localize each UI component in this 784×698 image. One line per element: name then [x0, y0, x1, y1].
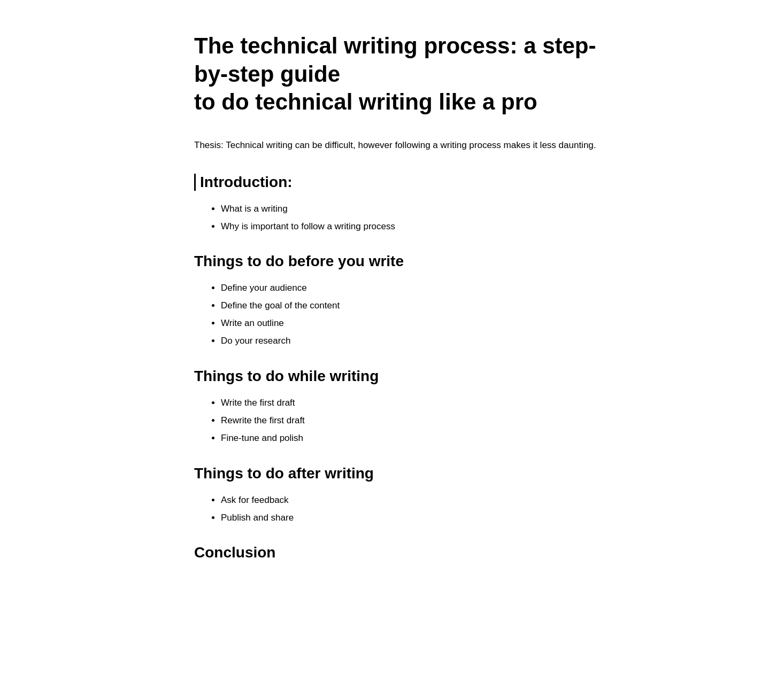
section-heading-while: Things to do while writing	[194, 368, 617, 385]
bullet-list-after: Ask for feedbackPublish and share	[194, 493, 617, 526]
list-item: Fine-tune and polish	[221, 431, 617, 446]
title-line-1: The technical writing process: a step-by…	[194, 33, 596, 87]
list-item: Why is important to follow a writing pro…	[221, 219, 617, 235]
section-before: Things to do before you writeDefine your…	[194, 253, 617, 349]
list-item: What is a writing	[221, 201, 617, 217]
list-item: Write an outline	[221, 316, 617, 331]
section-heading-after: Things to do after writing	[194, 465, 617, 482]
section-heading-before: Things to do before you write	[194, 253, 617, 270]
title-line-2: to do technical writing like a pro	[194, 89, 537, 114]
section-while: Things to do while writingWrite the firs…	[194, 368, 617, 446]
section-after: Things to do after writingAsk for feedba…	[194, 465, 617, 526]
bullet-list-while: Write the first draftRewrite the first d…	[194, 395, 617, 446]
list-item: Define your audience	[221, 281, 617, 296]
list-item: Ask for feedback	[221, 493, 617, 508]
page-title: The technical writing process: a step-by…	[194, 32, 617, 117]
page-container: The technical writing process: a step-by…	[125, 0, 659, 615]
list-item: Publish and share	[221, 510, 617, 526]
sections-container: Introduction:What is a writingWhy is imp…	[194, 174, 617, 562]
section-introduction: Introduction:What is a writingWhy is imp…	[194, 174, 617, 235]
bullet-list-before: Define your audienceDefine the goal of t…	[194, 281, 617, 349]
section-heading-introduction: Introduction:	[194, 174, 617, 191]
section-heading-conclusion: Conclusion	[194, 544, 617, 561]
thesis-text: Thesis: Technical writing can be difficu…	[194, 138, 617, 152]
section-conclusion: Conclusion	[194, 544, 617, 561]
list-item: Do your research	[221, 334, 617, 349]
list-item: Define the goal of the content	[221, 298, 617, 314]
bullet-list-introduction: What is a writingWhy is important to fol…	[194, 201, 617, 235]
list-item: Rewrite the first draft	[221, 413, 617, 429]
list-item: Write the first draft	[221, 395, 617, 411]
